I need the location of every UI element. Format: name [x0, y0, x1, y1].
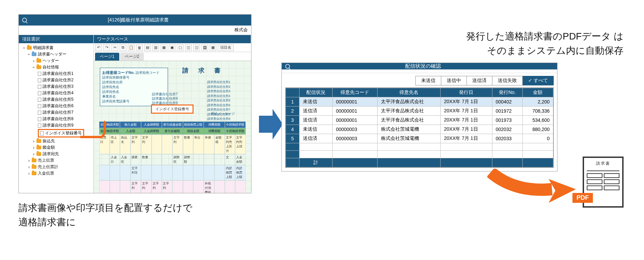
table-row-empty	[286, 151, 553, 158]
ungroup-button[interactable]: ◫	[193, 44, 200, 51]
designer-titlebar: [4126]鑑板付単票明細請求書	[19, 15, 251, 26]
caption-right-line1: 発行した適格請求書のPDFデータ は	[466, 29, 624, 44]
caption-right: 発行した適格請求書のPDFデータ は そのままシステム内に自動保存	[466, 29, 624, 58]
pdf-output-icon: 請求書 PDF	[576, 157, 624, 214]
tree-receipt[interactable]: 入金伝票	[28, 170, 93, 177]
filter-failed[interactable]: 送信失敗	[492, 76, 523, 85]
undo-button[interactable]: ↶	[95, 44, 102, 51]
delivery-title: 配信状況の確認	[292, 63, 554, 69]
tree-header-sub[interactable]: ヘッダー	[33, 58, 93, 64]
document-icon	[38, 104, 41, 108]
copy-button[interactable]: ⧉	[120, 44, 126, 51]
tree-root-label: 明細請求書	[33, 45, 53, 51]
form-invoice-field[interactable]: 請求書自社住所7 請求書自社住所8 請求書自社住所9 インボイス登録番号	[151, 104, 194, 114]
tree-addr-4[interactable]: 請求書自社住所4	[38, 90, 93, 96]
panel-header-left: 項目選択	[19, 35, 94, 43]
delete-button[interactable]: 🗑	[136, 44, 143, 51]
document-icon	[38, 78, 41, 82]
form-own-address-list: 請求書自社住所1請求書自社住所2請求書自社住所3請求書自社住所4請求書自社住所5…	[207, 80, 235, 126]
tree-sales-slip[interactable]: 売上伝票	[28, 157, 93, 164]
workspace: ↶ ↷ ✂ ⧉ 📋 🗑 ▤ ▥ ▦ ▣ ▢ ◫ ◫ 🖼 ▦ 項目名 ページ1 ペ…	[94, 43, 251, 193]
search-icon[interactable]	[285, 64, 290, 69]
svg-marker-1	[259, 109, 283, 140]
company-label: 株式会	[234, 27, 248, 32]
tree-header-group[interactable]: 請求書ヘッダー	[28, 51, 93, 58]
tree-tax-amount-label: 鑑金額	[43, 145, 55, 150]
document-icon	[40, 131, 44, 135]
tree-own-info-label: 自社情報	[43, 64, 59, 70]
designer-subbar: 株式会	[19, 26, 251, 35]
tree-addr-8[interactable]: 請求書自社住所8	[38, 116, 93, 122]
tree-header-sub-label: ヘッダー	[43, 58, 59, 64]
tab-page2[interactable]: ページ2	[120, 53, 144, 61]
document-icon	[38, 98, 41, 102]
table-row[interactable]: 2送信済00000001太平洋食品株式会社20XX年 7月 1日00197270…	[286, 107, 553, 116]
tree-addr-9[interactable]: 請求書自社住所9	[38, 122, 93, 129]
redo-button[interactable]: ↷	[103, 44, 110, 51]
align-left-button[interactable]: ▤	[144, 44, 151, 51]
search-icon[interactable]	[22, 18, 27, 22]
panel-headers: 項目選択 ワークスペース	[19, 35, 251, 43]
workspace-toolbar: ↶ ↷ ✂ ⧉ 📋 🗑 ▤ ▥ ▦ ▣ ▢ ◫ ◫ 🖼 ▦ 項目名	[94, 43, 251, 52]
delivery-grid[interactable]: 配信状況得意先コード得意先名発行日発行No.金額 1未送信00000001太平洋…	[285, 87, 554, 168]
table-row-empty	[286, 143, 553, 151]
tree-addr-7[interactable]: 請求書自社住所7	[38, 109, 93, 116]
layer-front-button[interactable]: ▣	[169, 44, 175, 51]
panel-header-right: ワークスペース	[94, 35, 251, 43]
tree-invoice-label: インボイス登録番号	[45, 130, 82, 136]
form-canvas[interactable]: 請 求 書 お得意様コードNo. 請求宛先コード 請求宛先郵便番号 請求宛先住所…	[94, 61, 251, 193]
fieldname-button[interactable]: 項目名	[218, 44, 234, 51]
designer-title: [4126]鑑板付単票明細請求書	[29, 17, 248, 23]
tree-invoice-item[interactable]: インボイス登録番号	[38, 129, 93, 138]
paste-button[interactable]: 📋	[128, 44, 135, 51]
caption-left-line2: 適格請求書に	[18, 215, 193, 229]
filter-sent[interactable]: 送信済	[467, 76, 492, 85]
field-tree[interactable]: 明細請求書 請求書ヘッダー ヘッダー 自社情報	[19, 43, 94, 193]
caption-left-line1: 請求書画像や印字項目を配置するだけで	[18, 201, 193, 215]
cut-button[interactable]: ✂	[111, 44, 118, 51]
form-title: 請 求 書	[182, 66, 225, 75]
svg-marker-2	[549, 179, 576, 203]
tree-addr-1[interactable]: 請求書自社住所1	[38, 70, 93, 77]
tree-addr-5[interactable]: 請求書自社住所5	[38, 96, 93, 103]
table-row[interactable]: 3送信済00000001太平洋食品株式会社20XX年 7月 1日00197353…	[286, 116, 553, 125]
align-right-button[interactable]: ▦	[160, 44, 167, 51]
image-button[interactable]: 🖼	[201, 44, 208, 51]
tree-transfer-label: 振込先	[43, 138, 55, 144]
tree-addr-3[interactable]: 請求書自社住所3	[38, 83, 93, 90]
tree-addr-2[interactable]: 請求書自社住所2	[38, 77, 93, 83]
tree-transfer[interactable]: 振込先	[33, 138, 93, 144]
document-icon	[38, 91, 41, 95]
tree-sales-slip-total[interactable]: 売上伝票計	[28, 164, 93, 170]
align-center-button[interactable]: ▥	[152, 44, 159, 51]
grid-button[interactable]: ▦	[210, 44, 216, 51]
tree-addr-6[interactable]: 請求書自社住所6	[38, 103, 93, 109]
table-footer: 計	[286, 158, 553, 167]
page-tabs: ページ1 ページ2	[94, 52, 251, 61]
tab-page1[interactable]: ページ1	[95, 53, 119, 61]
tree-own-info[interactable]: 自社情報	[33, 64, 93, 70]
filter-row: 未送信 送信中 送信済 送信失敗 すべて	[282, 73, 557, 87]
tree-root[interactable]: 明細請求書	[24, 45, 93, 51]
table-row[interactable]: 1未送信00000001太平洋食品株式会社20XX年 7月 1日0004022,…	[286, 97, 553, 107]
layer-back-button[interactable]: ▢	[177, 44, 184, 51]
document-icon	[38, 124, 41, 128]
pdf-badge: PDF	[572, 193, 593, 203]
table-row[interactable]: 5送信済00000003株式会社茨城電機20XX年 7月 1日0020330	[286, 134, 553, 143]
filter-sending[interactable]: 送信中	[441, 76, 467, 85]
document-icon	[38, 85, 41, 89]
delivery-toolbar-spacer	[282, 69, 557, 73]
caption-right-line2: そのままシステム内に自動保存	[466, 44, 624, 58]
designer-window: [4126]鑑板付単票明細請求書 株式会 項目選択 ワークスペース 明細請求書 …	[18, 14, 251, 193]
group-button[interactable]: ◫	[185, 44, 192, 51]
tree-bill-to[interactable]: 請求宛先	[33, 151, 93, 157]
filter-unsent[interactable]: 未送信	[415, 76, 441, 85]
document-icon	[38, 111, 41, 115]
table-row[interactable]: 4未送信00000003株式会社茨城電機20XX年 7月 1日002032880…	[286, 125, 553, 134]
arrow-to-pdf	[487, 169, 576, 206]
filter-all[interactable]: すべて	[523, 76, 554, 85]
caption-left: 請求書画像や印字項目を配置するだけで 適格請求書に	[18, 201, 193, 229]
tree-bill-to-label: 請求宛先	[43, 151, 59, 157]
tree-tax-amount[interactable]: 鑑金額	[33, 144, 93, 151]
document-icon	[38, 117, 41, 121]
